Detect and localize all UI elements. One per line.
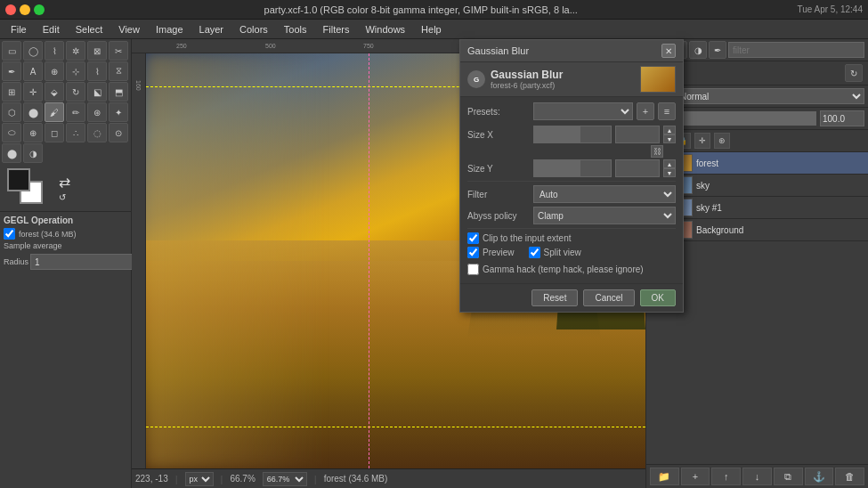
dialog-close-button[interactable]: ✕ [661,44,676,58]
tool-fuzzy-select[interactable]: ✲ [66,41,85,61]
menu-windows[interactable]: Windows [358,22,412,37]
clip-checkbox[interactable] [467,232,479,244]
new-layer-btn[interactable]: + [681,468,710,485]
split-checkbox[interactable] [529,247,540,258]
size-y-up[interactable]: ▲ [663,159,676,168]
chain-link-icon[interactable]: ⛓ [651,145,663,158]
status-bar: 223, -13 | px | 66.7% 66.7% | forest (34… [132,468,645,488]
sample-average-checkbox[interactable] [4,228,15,240]
size-y-input[interactable]: 14.24 [615,159,660,177]
tool-paintbrush[interactable]: 🖌 [45,102,64,122]
menu-tools[interactable]: Tools [277,22,314,37]
tool-airbrush[interactable]: ⊛ [87,102,107,122]
size-y-slider[interactable] [533,159,612,177]
reset-colors-icon[interactable]: ↺ [59,192,70,202]
size-x-spin[interactable]: ▲ ▼ [663,126,676,143]
tool-smudge[interactable]: ∴ [66,123,85,142]
tool-blend[interactable]: ◑ [23,143,43,163]
presets-add-btn[interactable]: + [637,102,654,120]
duplicate-layer-btn[interactable]: ⧉ [774,468,803,485]
tool-move[interactable]: ✛ [23,82,43,102]
tool-align[interactable]: ⊞ [2,82,21,102]
filter-select[interactable]: Auto IIR RLE [533,185,676,203]
size-x-up[interactable]: ▲ [663,126,676,134]
menu-select[interactable]: Select [69,22,110,37]
gamma-label: Gamma hack (temp hack, please ignore) [483,264,644,274]
tool-perspective[interactable]: ⬡ [2,102,21,122]
filter-input[interactable] [728,42,864,58]
tool-rect-select[interactable]: ▭ [2,41,21,61]
new-layer-group-btn[interactable]: 📁 [650,468,679,485]
tool-pencil[interactable]: ✏ [66,102,85,122]
ok-button[interactable]: OK [640,289,676,306]
cancel-button[interactable]: Cancel [583,289,634,306]
anchor-layer-btn[interactable]: ⚓ [805,468,834,485]
tool-free-select[interactable]: ⌇ [45,41,64,61]
tool-bucket-fill[interactable]: ⬤ [2,143,21,163]
tool-scissors[interactable]: ✂ [109,41,128,61]
size-x-input[interactable]: 14.24 [615,126,660,143]
tool-dodge-burn[interactable]: ⊙ [109,123,128,142]
menu-file[interactable]: File [4,22,34,37]
gamma-checkbox[interactable] [467,264,479,275]
minimize-window-icon[interactable] [20,4,30,15]
menu-edit[interactable]: Edit [36,22,67,37]
tool-ink[interactable]: ✦ [109,102,128,122]
size-y-down[interactable]: ▼ [663,168,676,177]
tool-transform[interactable]: ⧖ [109,61,128,81]
foreground-color-swatch[interactable] [7,168,30,191]
size-x-down[interactable]: ▼ [663,134,676,143]
tool-text[interactable]: A [23,61,43,81]
zoom-select[interactable]: 66.7% [263,472,307,486]
tool-measure[interactable]: ⊹ [66,61,85,81]
presets-menu-btn[interactable]: ≡ [658,102,676,120]
radius-label: Radius [4,257,28,266]
dialog-divider-1 [467,181,676,182]
size-y-label: Size Y [467,164,530,174]
size-x-slider[interactable] [533,126,612,143]
opacity-slider[interactable] [684,111,816,126]
menu-help[interactable]: Help [414,22,449,37]
abyss-select[interactable]: Clamp None Loop Black White [533,207,676,224]
swap-colors-icon[interactable]: ⇄ [59,174,70,191]
tool-scale[interactable]: ⬕ [87,82,107,102]
presets-select[interactable] [533,102,633,120]
delete-layer-btn[interactable]: 🗑 [835,468,864,485]
menu-filters[interactable]: Filters [316,22,357,37]
gaussian-blur-dialog: Gaussian Blur ✕ G Gaussian Blur forest-6… [459,39,684,313]
tool-heal[interactable]: ⊕ [23,123,43,142]
raise-layer-btn[interactable]: ↑ [711,468,741,485]
refresh-icon[interactable]: ↻ [845,64,863,82]
tool-flip[interactable]: ⬤ [23,102,43,122]
tool-by-color[interactable]: ⊠ [87,41,107,61]
tool-shear[interactable]: ⬒ [109,82,128,102]
close-window-icon[interactable] [5,4,16,15]
opacity-input[interactable] [820,110,864,126]
tool-paths[interactable]: ✒ [2,61,21,81]
size-y-spin[interactable]: ▲ ▼ [663,159,676,177]
paths-icon[interactable]: ✒ [709,41,726,59]
tool-blur-sharpen[interactable]: ◌ [87,123,107,142]
tool-eraser[interactable]: ◻ [45,123,64,142]
preview-label: Preview [483,248,515,257]
tool-clone[interactable]: ⬭ [2,123,21,142]
preview-checkbox[interactable] [467,247,479,258]
mode-select[interactable]: Normal Multiply Screen [676,88,864,104]
maximize-window-icon[interactable] [34,4,45,15]
unit-select[interactable]: px [185,472,214,486]
window-controls[interactable] [5,4,45,15]
lock-alpha-icon[interactable]: ⊛ [714,133,730,149]
tool-color-picker[interactable]: ⊕ [45,61,64,81]
tool-crop[interactable]: ⬙ [45,82,64,102]
tool-rotate[interactable]: ↻ [66,82,85,102]
lower-layer-btn[interactable]: ↓ [742,468,772,485]
reset-button[interactable]: Reset [531,289,578,306]
tool-warp[interactable]: ⌇ [87,61,107,81]
tool-ellipse-select[interactable]: ◯ [23,41,43,61]
menu-view[interactable]: View [111,22,147,37]
channel-icon[interactable]: ◑ [689,41,707,59]
menu-colors[interactable]: Colors [232,22,275,37]
menu-layer[interactable]: Layer [192,22,231,37]
menu-image[interactable]: Image [149,22,191,37]
lock-position-icon[interactable]: ✛ [694,133,710,149]
